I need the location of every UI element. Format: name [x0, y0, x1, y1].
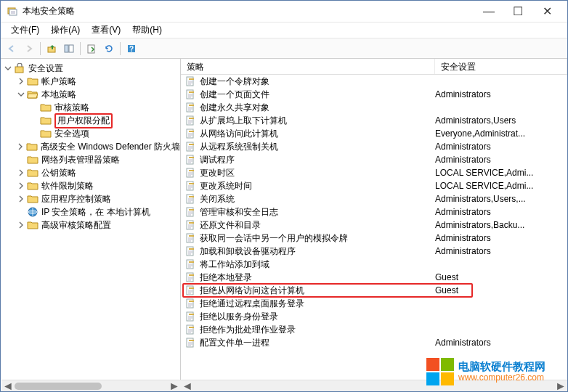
tree-item[interactable]: 安全设置: [1, 62, 180, 75]
policy-row[interactable]: 拒绝从网络访问这台计算机Guest: [181, 284, 567, 297]
expand-icon[interactable]: [17, 221, 25, 229]
expand-icon[interactable]: [17, 195, 25, 203]
help-button[interactable]: ?: [123, 41, 139, 57]
svg-rect-26: [189, 170, 194, 171]
content-area: 安全设置帐户策略本地策略审核策略用户权限分配安全选项高级安全 Windows D…: [1, 59, 567, 391]
export-button[interactable]: [84, 41, 100, 57]
tree-horiz-scrollbar[interactable]: ◄►: [1, 380, 181, 391]
tree-label: 用户权限分配: [54, 113, 113, 128]
tree-item[interactable]: IP 安全策略，在 本地计算机: [1, 205, 180, 219]
tree-item[interactable]: 高级安全 Windows Defender 防火墙: [1, 140, 180, 153]
policy-row[interactable]: 将工作站添加到域: [181, 258, 567, 271]
menu-action[interactable]: 操作(A): [45, 23, 86, 38]
tree-label: 高级审核策略配置: [41, 219, 111, 232]
svg-rect-40: [189, 261, 194, 263]
policy-row[interactable]: 拒绝作为批处理作业登录: [181, 323, 567, 336]
policy-row[interactable]: 管理审核和安全日志Administrators: [181, 205, 567, 219]
policy-row[interactable]: 从远程系统强制关机Administrators: [181, 140, 567, 153]
policy-setting: Administrators: [435, 246, 567, 256]
policy-row[interactable]: 获取同一会话中另一个用户的模拟令牌Administrators: [181, 232, 567, 245]
folder-icon: [27, 194, 38, 204]
tree-label: 软件限制策略: [41, 180, 94, 192]
up-button[interactable]: [44, 41, 60, 57]
tree-item[interactable]: 帐户策略: [1, 75, 180, 88]
menu-file[interactable]: 文件(F): [5, 23, 45, 38]
svg-rect-44: [189, 287, 194, 289]
svg-rect-12: [189, 78, 194, 80]
refresh-button[interactable]: [101, 41, 117, 57]
policy-row[interactable]: 配置文件单一进程Administrators: [181, 336, 567, 349]
show-hide-tree-button[interactable]: [61, 41, 77, 57]
policy-setting: Guest: [435, 285, 567, 295]
svg-rect-36: [189, 235, 194, 237]
expand-icon[interactable]: [17, 77, 25, 86]
policy-icon: [185, 220, 197, 230]
svg-rect-32: [189, 209, 194, 211]
collapse-icon[interactable]: [17, 90, 25, 99]
forward-button: [21, 41, 37, 57]
tree-item[interactable]: 本地策略: [1, 88, 180, 101]
svg-rect-22: [189, 144, 194, 145]
tree-label: 帐户策略: [41, 75, 76, 88]
tree-item[interactable]: 审核策略: [1, 101, 180, 114]
tree-item[interactable]: 应用程序控制策略: [1, 192, 180, 205]
policy-name: 创建一个令牌对象: [200, 75, 269, 88]
policy-setting: Administrators,Users,...: [435, 194, 567, 204]
tree-item[interactable]: 公钥策略: [1, 166, 180, 179]
policy-row[interactable]: 更改系统时间LOCAL SERVICE,Admi...: [181, 179, 567, 192]
svg-rect-46: [189, 301, 194, 302]
policy-row[interactable]: 更改时区LOCAL SERVICE,Admi...: [181, 166, 567, 179]
tree-label: IP 安全策略，在 本地计算机: [41, 206, 150, 219]
policy-icon: [185, 259, 197, 269]
expand-icon[interactable]: [17, 142, 25, 151]
policy-list[interactable]: 创建一个令牌对象创建一个页面文件Administrators创建永久共享对象从扩…: [181, 75, 567, 380]
policy-name: 从远程系统强制关机: [200, 141, 278, 153]
policy-row[interactable]: 还原文件和目录Administrators,Backu...: [181, 219, 567, 232]
svg-rect-50: [189, 327, 194, 328]
menu-view[interactable]: 查看(V): [86, 23, 126, 38]
tree-item[interactable]: 安全选项: [1, 127, 180, 140]
policy-name: 创建永久共享对象: [200, 102, 269, 114]
svg-rect-48: [189, 314, 194, 315]
column-setting[interactable]: 安全设置: [435, 59, 567, 74]
svg-rect-18: [189, 118, 194, 119]
expand-icon[interactable]: [17, 181, 25, 190]
policy-row[interactable]: 加载和卸载设备驱动程序Administrators: [181, 245, 567, 258]
collapse-icon[interactable]: [4, 64, 12, 73]
tree-item[interactable]: 软件限制策略: [1, 179, 180, 192]
folder-icon: [27, 220, 38, 230]
tree-item[interactable]: 高级审核策略配置: [1, 219, 180, 232]
policy-row[interactable]: 创建永久共享对象: [181, 101, 567, 114]
policy-icon: [185, 168, 197, 178]
expand-icon[interactable]: [17, 168, 25, 177]
tree-item[interactable]: 网络列表管理器策略: [1, 153, 180, 166]
policy-setting: Administrators: [435, 89, 567, 99]
close-button[interactable]: ✕: [532, 1, 561, 22]
tree-item[interactable]: 用户权限分配: [1, 114, 180, 127]
policy-row[interactable]: 关闭系统Administrators,Users,...: [181, 192, 567, 205]
maximize-button[interactable]: ☐: [503, 1, 532, 22]
policy-name: 拒绝从网络访问这台计算机: [200, 285, 304, 297]
column-policy[interactable]: 策略: [181, 59, 435, 74]
policy-row[interactable]: 拒绝本地登录Guest: [181, 271, 567, 284]
policy-row[interactable]: 拒绝以服务身份登录: [181, 310, 567, 323]
tree-label: 审核策略: [54, 102, 89, 114]
policy-row[interactable]: 拒绝通过远程桌面服务登录: [181, 297, 567, 310]
svg-rect-3: [65, 45, 68, 52]
policy-icon: [185, 298, 197, 309]
tree-pane[interactable]: 安全设置帐户策略本地策略审核策略用户权限分配安全选项高级安全 Windows D…: [1, 59, 181, 391]
policy-row[interactable]: 从网络访问此计算机Everyone,Administrat...: [181, 127, 567, 140]
svg-rect-42: [189, 274, 194, 276]
minimize-button[interactable]: —: [474, 1, 503, 22]
policy-setting: Administrators: [435, 155, 567, 165]
policy-row[interactable]: 从扩展坞上取下计算机Administrators,Users: [181, 114, 567, 127]
menu-help[interactable]: 帮助(H): [126, 23, 168, 38]
policy-row[interactable]: 创建一个令牌对象: [181, 75, 567, 88]
policy-row[interactable]: 调试程序Administrators: [181, 153, 567, 166]
svg-rect-8: [15, 67, 23, 73]
policy-row[interactable]: 创建一个页面文件Administrators: [181, 88, 567, 101]
policy-icon: [185, 194, 197, 204]
tree-label: 安全设置: [28, 62, 63, 75]
policy-icon: [185, 246, 197, 256]
app-icon: [7, 6, 18, 17]
